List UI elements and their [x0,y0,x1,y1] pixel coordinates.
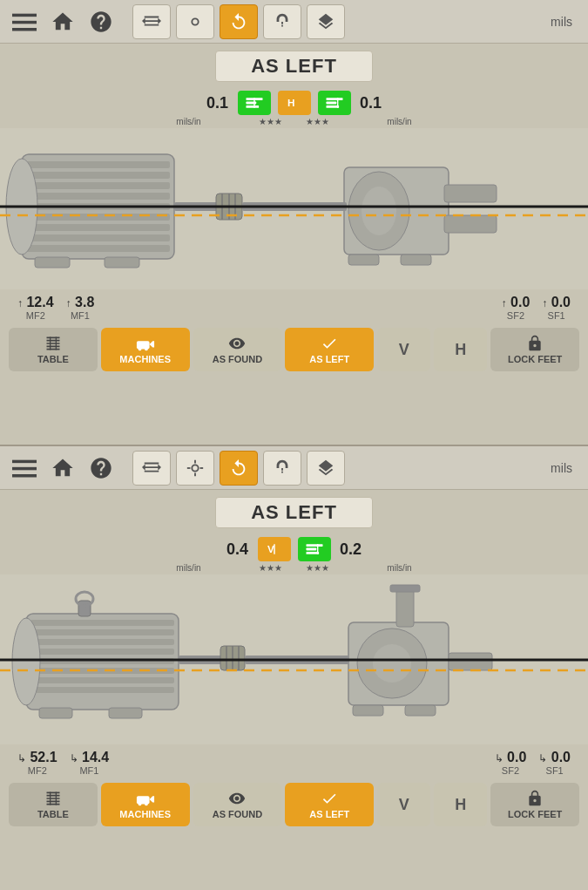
diagram-svg-2 [0,574,588,744]
rotate-btn-2[interactable] [220,451,258,486]
lock-feet-label-2: LOCK FEET [508,809,562,819]
right-meas-1: ↑ 0.0 SF2 ↑ 0.0 SF1 [502,295,571,321]
svg-rect-94 [137,796,150,804]
svg-rect-39 [401,255,431,265]
svg-rect-82 [396,588,414,627]
meas-mf1-1: ↑ 3.8 MF1 [66,295,95,321]
home-icon-2[interactable] [47,452,78,484]
table-label-1: TABLE [37,354,69,364]
sf1-val-1: 0.0 [551,295,571,309]
as-found-btn-2[interactable]: AS FOUND [193,783,282,826]
help-icon[interactable] [85,6,117,37]
right-ind-label-1: mils/in [378,117,422,126]
svg-rect-25 [35,257,70,268]
as-left-btn-2[interactable]: AS LEFT [285,783,374,826]
sf2-label-1: SF2 [502,310,531,321]
as-found-btn-1[interactable]: AS FOUND [193,328,282,371]
units-label: mils [551,15,572,29]
mf1-val-1: 3.8 [75,295,94,309]
h-label-1: H [455,341,466,359]
machines-btn-1[interactable]: MACHINES [101,328,190,371]
left-meas-2: ↳ 52.1 MF2 ↳ 14.4 MF1 [17,750,109,776]
meas-row-2: ↳ 52.1 MF2 ↳ 14.4 MF1 ↳ 0.0 SF2 ↳ 0.0 SF… [0,744,588,779]
svg-text:H: H [287,97,294,108]
lock-feet-label-1: LOCK FEET [508,354,562,364]
svg-rect-22 [26,234,170,241]
svg-rect-15 [26,161,170,168]
indicator-row-2: 0.4 V 0.2 [0,532,588,563]
h-btn-2[interactable]: H [434,783,487,826]
svg-point-96 [145,803,148,806]
h-vert-btn-2[interactable] [298,537,331,561]
svg-rect-68 [30,668,174,674]
svg-point-3 [192,18,198,24]
v-btn-1[interactable]: V [377,328,430,371]
svg-rect-17 [26,182,170,189]
as-found-label-2: AS FOUND [213,809,262,819]
as-found-label-1: AS FOUND [213,354,262,364]
mf1-arrow-2: ↳ [70,752,78,764]
panel-1: mils AS LEFT 0.1 H 0.1 mils/in ★★★ ★★★ m… [0,0,588,445]
sf2-label-2: SF2 [495,765,527,776]
btn-bar-2: TABLE MACHINES AS FOUND AS LEFT V H LOCK… [0,779,588,830]
magnet-btn-2[interactable] [263,451,301,486]
hx-btn-1[interactable] [318,91,351,115]
svg-rect-48 [12,466,37,470]
nav-bar-1: mils [0,0,588,44]
svg-rect-0 [12,13,37,17]
sf1-val-2: 0.0 [551,750,571,764]
sf1-arrow-2: ↳ [538,752,547,764]
mf2-label-1: MF2 [17,310,54,321]
indicator-labels-2: mils/in ★★★ ★★★ mils/in [0,563,588,574]
svg-point-46 [145,348,148,351]
svg-rect-21 [26,224,170,231]
expand-btn[interactable] [132,4,171,39]
as-left-btn-1[interactable]: AS LEFT [285,328,374,371]
mf1-arrow-1: ↑ [66,297,71,309]
sf2-arrow-2: ↳ [495,752,504,764]
right-ind-label-2: mils/in [378,563,422,573]
title-area-2: AS LEFT [0,490,588,532]
left-ind-label-1: mils/in [167,117,211,126]
left-val-1: 0.1 [205,94,231,112]
sf1-label-2: SF1 [538,765,571,776]
svg-rect-10 [326,102,336,105]
layers-btn-2[interactable] [307,451,345,486]
svg-rect-89 [109,708,142,718]
svg-rect-36 [444,215,497,233]
table-btn-2[interactable]: TABLE [9,783,98,826]
svg-point-71 [12,618,40,705]
layers-btn[interactable] [307,4,345,39]
lock-feet-btn-1[interactable]: LOCK FEET [490,328,579,371]
h-btn-1[interactable]: H [434,328,487,371]
h-vert-btn-1[interactable] [238,91,271,115]
svg-rect-86 [405,705,436,716]
crosshair-btn-2[interactable] [176,451,214,486]
machines-btn-2[interactable]: MACHINES [101,783,190,826]
right-meas-2: ↳ 0.0 SF2 ↳ 0.0 SF1 [495,750,571,776]
left-stars-1: ★★★ [254,117,287,126]
svg-rect-64 [30,629,174,635]
help-icon-2[interactable] [85,452,117,484]
mf2-arrow-1: ↑ [17,297,23,309]
v-btn-2[interactable]: V [377,783,430,826]
table-btn-1[interactable]: TABLE [9,328,98,371]
mf1-label-2: MF1 [70,765,110,776]
mf2-arrow-2: ↳ [17,752,26,764]
magnet-btn[interactable] [263,4,301,39]
svg-rect-83 [390,585,420,592]
rotate-btn[interactable] [220,4,258,39]
menu-icon[interactable] [9,6,40,37]
expand-btn-2[interactable] [132,451,171,486]
v-vert-btn-2[interactable]: V [258,537,291,561]
menu-icon-2[interactable] [9,452,40,484]
svg-rect-84 [449,653,492,670]
home-icon[interactable] [47,6,78,37]
lock-feet-btn-2[interactable]: LOCK FEET [490,783,579,826]
svg-rect-16 [26,172,170,179]
svg-rect-65 [30,639,174,645]
crosshair-btn[interactable] [176,4,214,39]
v-label-1: V [399,341,409,359]
h-horiz-btn-1[interactable]: H [278,91,311,115]
machines-label-1: MACHINES [119,354,171,364]
